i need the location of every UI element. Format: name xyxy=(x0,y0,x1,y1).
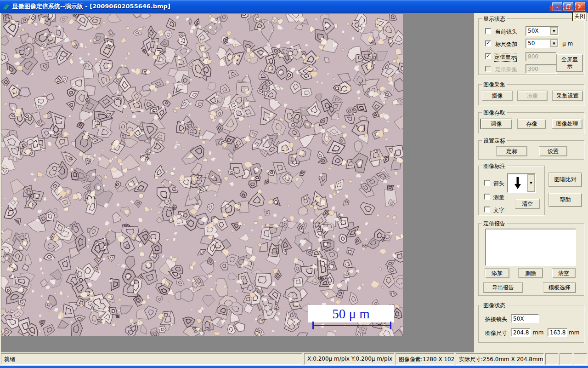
label-ruler-overlay: 标尺叠加 xyxy=(495,40,517,48)
restore-icon xyxy=(565,4,571,9)
load-image-button[interactable]: 调像 xyxy=(481,119,512,129)
label-current-lens: 当前镜头 xyxy=(495,28,517,36)
micrograph-image xyxy=(1,14,403,336)
close-button[interactable] xyxy=(575,2,585,11)
checkbox-fixed-display[interactable] xyxy=(485,53,491,59)
group-display-status: 显示状态 当前镜头 50X ▼ 标尺叠加 50 ▼ μ m 定倍显示 定倍采集 … xyxy=(478,18,584,75)
app-icon xyxy=(2,2,10,11)
input-fixed-display xyxy=(526,52,557,61)
image-processing-button[interactable]: 图像处理 xyxy=(552,119,582,129)
label-fixed-capture: 定倍采集 xyxy=(495,66,517,74)
help-button[interactable]: 帮助 xyxy=(548,193,582,207)
status-extra-2 xyxy=(560,353,572,365)
image-viewport: 50 μ m xyxy=(1,13,474,352)
chevron-down-icon[interactable]: ▼ xyxy=(527,174,535,192)
group-title: 设置定标 xyxy=(482,137,507,145)
label-width-unit: mm xyxy=(533,329,543,336)
status-extra-3 xyxy=(574,353,587,365)
dropdown-current-lens[interactable]: 50X ▼ xyxy=(526,26,559,36)
add-button[interactable]: 添加 xyxy=(485,268,509,278)
label-text: 文字 xyxy=(493,207,504,214)
freeze-button: 冻像 xyxy=(517,91,548,101)
fullscreen-button[interactable]: 全屏显示 xyxy=(556,54,583,72)
checkbox-ruler-overlay[interactable] xyxy=(485,40,491,46)
arrow-style-dropdown[interactable]: ▼ xyxy=(507,173,536,193)
field-shoot-lens[interactable] xyxy=(511,314,539,323)
checkbox-arrow[interactable] xyxy=(484,180,490,186)
checkbox-text[interactable] xyxy=(484,207,490,213)
status-image-pixels: 图像像素:1280 X 1024 xyxy=(396,353,454,365)
status-pixel-scale: X:0.200μ m/pix Y:0.200μ m/pix xyxy=(304,353,394,365)
window-title: 显微图像定倍系统--演示版 - [20090602055646.bmp] xyxy=(12,2,170,11)
label-height-unit: mm xyxy=(569,329,579,336)
minimize-icon xyxy=(554,4,560,9)
group-title: 图像标注 xyxy=(482,162,507,170)
group-calibration: 设置定标 定标 设置 xyxy=(478,140,584,160)
app-window: 显微图像定倍系统--演示版 - [20090602055646.bmp] 焦作仪… xyxy=(0,0,588,368)
capture-settings-button[interactable]: 采集设置 xyxy=(552,91,583,101)
label-ruler-unit: μ m xyxy=(562,40,573,47)
status-actual-size: 实际尺寸:256.0mm X 204.8mm xyxy=(456,353,544,365)
close-icon xyxy=(577,4,583,9)
checkbox-measure[interactable] xyxy=(484,194,490,200)
scale-bar-line xyxy=(312,312,391,329)
export-report-button[interactable]: 导出报告 xyxy=(483,282,523,293)
chevron-down-icon[interactable]: ▼ xyxy=(550,40,558,47)
down-arrow-icon xyxy=(514,177,522,190)
report-listbox[interactable] xyxy=(485,229,576,266)
delete-button[interactable]: 删除 xyxy=(518,268,543,278)
title-bar: 显微图像定倍系统--演示版 - [20090602055646.bmp] xyxy=(0,0,588,13)
group-title: 定倍报告 xyxy=(482,220,507,228)
clear-report-button[interactable]: 清空 xyxy=(552,268,576,278)
window-bottom-border xyxy=(0,366,588,368)
group-capture: 图像采集 摄像 冻像 采集设置 xyxy=(478,84,584,105)
camera-button[interactable]: 摄像 xyxy=(482,91,513,101)
status-bar: 就绪 X:0.200μ m/pix Y:0.200μ m/pix 图像像素:12… xyxy=(0,352,588,366)
save-image-button[interactable]: 存像 xyxy=(517,119,546,129)
minimize-button[interactable] xyxy=(552,2,562,11)
label-measure: 测量 xyxy=(493,194,504,201)
clear-annotation-button[interactable]: 清空 xyxy=(515,199,540,209)
status-ready: 就绪 xyxy=(1,353,302,365)
field-image-height[interactable] xyxy=(548,328,567,337)
group-storage: 图像存取 调像 存像 图像处理 xyxy=(478,112,584,133)
field-image-width[interactable] xyxy=(511,328,531,337)
close-tooltip: 关闭 xyxy=(572,12,587,21)
calibrate-button[interactable]: 定标 xyxy=(496,146,527,156)
group-report: 定倍报告 添加 删除 清空 导出报告 模板选择 xyxy=(478,223,584,296)
atlas-compare-button[interactable]: 图谱比对 xyxy=(548,172,582,187)
input-fixed-capture xyxy=(526,64,557,74)
template-select-button[interactable]: 模板选择 xyxy=(543,282,576,293)
group-image-status: 图像状态 拍摄镜头 图像尺寸 mm mm xyxy=(478,305,584,343)
group-title: 图像状态 xyxy=(482,302,507,310)
settings-button[interactable]: 设置 xyxy=(539,146,567,156)
label-image-size: 图像尺寸 xyxy=(485,329,507,337)
group-annotation: 图像标注 箭头 ▼ 测量 文字 清空 xyxy=(478,166,545,215)
restore-button[interactable] xyxy=(563,2,573,11)
checkbox-fixed-capture xyxy=(485,66,491,72)
dropdown-ruler-value[interactable]: 50 ▼ xyxy=(526,39,559,48)
group-title: 显示状态 xyxy=(482,15,507,23)
group-title: 图像存取 xyxy=(482,109,507,117)
group-title: 图像采集 xyxy=(482,81,507,89)
chevron-down-icon[interactable]: ▼ xyxy=(550,27,558,35)
label-shoot-lens: 拍摄镜头 xyxy=(485,316,507,323)
status-extra-1 xyxy=(545,353,558,365)
label-arrow: 箭头 xyxy=(493,180,504,188)
checkbox-current-lens[interactable] xyxy=(485,28,491,34)
label-fixed-display: 定倍显示 xyxy=(494,53,516,61)
